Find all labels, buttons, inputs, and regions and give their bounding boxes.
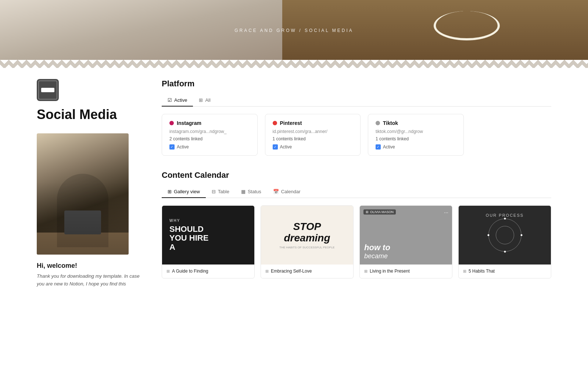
card-2-title-icon: ⊞ — [265, 269, 269, 274]
tab-active[interactable]: ☑ Active — [162, 94, 193, 107]
gallery-card-3[interactable]: ⊞ OLIVIA MASON ··· how to became ⊞ Livin… — [359, 205, 452, 278]
gallery-tabs: ⊞ Gallery view ⊟ Table ▦ Status 📅 Calend… — [162, 186, 551, 198]
tab-all-label: All — [205, 97, 210, 103]
instagram-name-row: Instagram — [169, 120, 250, 126]
card-3-title-bar: ⊞ Living in the Present — [360, 265, 452, 278]
pinterest-count: 1 contents linked — [273, 136, 353, 141]
checkbox-tab-icon: ☑ — [168, 97, 172, 103]
instagram-checkbox: ✓ — [169, 144, 175, 150]
dot-bottom — [504, 251, 506, 253]
tab-calendar[interactable]: 📅 Calendar — [267, 186, 306, 198]
platform-card-pinterest: Pinterest id.pinterest.com/gra...anner/ … — [265, 114, 361, 156]
tab-status[interactable]: ▦ Status — [235, 186, 267, 198]
grid-tab-icon: ⊞ — [199, 97, 203, 103]
gallery-card-2[interactable]: STOPdreaming THE HABITS OF SUCCESSFUL PE… — [261, 205, 354, 278]
card-2-title-bar: ⊞ Embracing Self-Love — [261, 265, 353, 278]
status-label: Status — [248, 189, 261, 194]
card-2-title: Embracing Self-Love — [271, 268, 312, 274]
tab-gallery-view[interactable]: ⊞ Gallery view — [162, 186, 206, 198]
banner-title: GRACE AND GROW / SOCIAL MEDIA — [234, 28, 354, 33]
pinterest-status: ✓ Active — [273, 144, 353, 150]
card4-our-process: Our Process — [459, 213, 551, 217]
card-2-image: STOPdreaming THE HABITS OF SUCCESSFUL PE… — [261, 206, 353, 265]
dot-right — [520, 234, 522, 236]
gallery-grid: WHY SHOULDYOU HIREA ⊞ A Guide to Finding… — [162, 205, 551, 278]
main-content: Social Media Hi, welcome! Thank you for … — [0, 68, 588, 303]
card-3-image: ⊞ OLIVIA MASON ··· how to became — [360, 206, 452, 265]
tiktok-dot — [376, 121, 380, 125]
instagram-status-label: Active — [177, 144, 189, 150]
card-4-image: Our Process — [459, 206, 551, 265]
gallery-view-label: Gallery view — [174, 189, 200, 194]
page-icon — [37, 79, 59, 101]
pinterest-dot — [273, 121, 277, 125]
circle-diagram — [488, 219, 521, 252]
gallery-card-4[interactable]: Our Process ⊞ 5 Habits That — [458, 205, 551, 278]
calendar-label: Calendar — [281, 189, 301, 194]
card-1-title-bar: ⊞ A Guide to Finding — [162, 265, 254, 278]
instagram-dot — [169, 121, 174, 125]
card3-how-to: how to — [364, 243, 448, 252]
welcome-title: Hi, welcome! — [37, 262, 140, 270]
platform-tabs: ☑ Active ⊞ All — [162, 94, 551, 107]
tab-all[interactable]: ⊞ All — [193, 94, 216, 107]
tab-table[interactable]: ⊟ Table — [206, 186, 235, 198]
card3-become: became — [364, 252, 448, 260]
card-4-title-icon: ⊞ — [463, 269, 466, 274]
table-label: Table — [218, 189, 229, 194]
instagram-name: Instagram — [177, 120, 201, 126]
page-icon-border — [38, 80, 57, 100]
page-title: Social Media — [37, 107, 140, 122]
pinterest-url: id.pinterest.com/gra...anner/ — [273, 129, 353, 134]
card-3-title-icon: ⊞ — [364, 269, 368, 274]
instagram-status: ✓ Active — [169, 144, 250, 150]
header-banner: GRACE AND GROW / SOCIAL MEDIA — [0, 0, 588, 61]
status-icon: ▦ — [241, 189, 245, 194]
tiktok-status: ✓ Active — [376, 144, 456, 150]
gallery-card-1[interactable]: WHY SHOULDYOU HIREA ⊞ A Guide to Finding — [162, 205, 255, 278]
platform-card-instagram: Instagram instagram.com/gra...ndgrow_ 2 … — [162, 114, 258, 156]
pinterest-status-label: Active — [280, 144, 292, 150]
card3-badge-icon: ⊞ — [366, 210, 369, 214]
card1-line2: SHOULDYOU HIREA — [169, 225, 247, 252]
card2-stop: STOPdreaming — [284, 221, 330, 244]
card3-badge: ⊞ OLIVIA MASON — [363, 209, 396, 215]
necklace-decoration — [434, 11, 500, 40]
platform-card-tiktok: Tiktok tiktok.com/@gr...ndgrow 1 content… — [368, 114, 464, 156]
card-4-title-bar: ⊞ 5 Habits That — [459, 265, 551, 278]
calendar-icon: 📅 — [273, 189, 279, 194]
welcome-text: Thank you for downloading my template. I… — [37, 273, 140, 288]
zigzag-separator — [0, 60, 588, 68]
card-1-title: A Guide to Finding — [172, 268, 208, 274]
dot-top — [504, 218, 506, 220]
card2-subtext: THE HABITS OF SUCCESSFUL PEOPLE — [279, 246, 334, 249]
tiktok-url: tiktok.com/@gr...ndgrow — [376, 129, 456, 134]
card-1-image: WHY SHOULDYOU HIREA — [162, 206, 254, 265]
platform-spacer — [471, 114, 552, 156]
card3-dots: ··· — [444, 209, 448, 215]
card-4-title: 5 Habits That — [469, 268, 495, 274]
pinterest-name-row: Pinterest — [273, 120, 353, 126]
sidebar-photo — [37, 133, 129, 255]
tiktok-count: 1 contents linked — [376, 136, 456, 141]
tab-active-label: Active — [174, 97, 187, 103]
instagram-url: instagram.com/gra...ndgrow_ — [169, 129, 250, 134]
tiktok-name-row: Tiktok — [376, 120, 456, 126]
tiktok-status-label: Active — [383, 144, 395, 150]
dot-left — [487, 234, 489, 236]
gallery-icon: ⊞ — [168, 189, 172, 194]
tiktok-name: Tiktok — [383, 120, 398, 126]
sidebar-overlay — [37, 182, 129, 255]
instagram-count: 2 contents linked — [169, 136, 250, 141]
table-icon: ⊟ — [212, 189, 216, 194]
circle-dots — [488, 219, 521, 252]
card3-badge-text: OLIVIA MASON — [370, 210, 394, 214]
content-calendar-title: Content Calendar — [162, 170, 551, 180]
tiktok-checkbox: ✓ — [376, 144, 381, 150]
pinterest-checkbox: ✓ — [273, 144, 278, 150]
right-content: Platform ☑ Active ⊞ All Instagram instag… — [162, 79, 551, 288]
card1-line1: WHY — [169, 219, 247, 223]
platform-cards: Instagram instagram.com/gra...ndgrow_ 2 … — [162, 114, 551, 156]
left-sidebar: Social Media Hi, welcome! Thank you for … — [37, 79, 140, 288]
card-3-title: Living in the Present — [370, 268, 410, 274]
